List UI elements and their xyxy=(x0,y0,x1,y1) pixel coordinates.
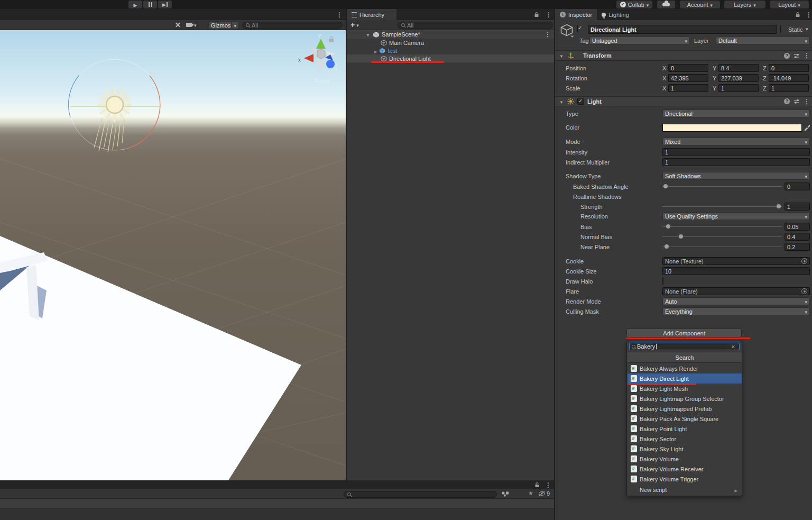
gizmos-dropdown[interactable]: Gizmos xyxy=(208,21,239,29)
flare-object-field[interactable]: None (Flare) xyxy=(662,287,810,295)
project-search-input[interactable] xyxy=(344,491,497,498)
draw-halo-checkbox[interactable] xyxy=(662,277,663,285)
lock-icon[interactable] xyxy=(795,12,800,17)
baked-shadow-angle-field[interactable]: 0 xyxy=(785,183,810,190)
scene-panel-menu-icon[interactable] xyxy=(336,11,343,19)
add-component-button[interactable]: Add Component xyxy=(626,329,742,337)
layer-dropdown[interactable]: Default xyxy=(716,37,810,44)
expand-arrow-icon[interactable] xyxy=(374,48,377,54)
object-picker-icon[interactable] xyxy=(801,258,807,264)
play-button[interactable] xyxy=(128,1,142,8)
presets-icon[interactable] xyxy=(793,98,800,104)
favorites-icon[interactable] xyxy=(528,490,533,497)
culling-mask-dropdown[interactable]: Everything xyxy=(662,307,810,315)
inspector-panel-menu-icon[interactable] xyxy=(806,11,812,19)
strength-slider[interactable] xyxy=(662,203,782,211)
mode-dropdown[interactable]: Mixed xyxy=(662,138,810,145)
component-menu-icon[interactable] xyxy=(804,98,810,105)
bias-field[interactable]: 0.05 xyxy=(785,223,810,231)
hierarchy-row-main-camera[interactable]: Main Camera xyxy=(347,39,555,47)
normal-bias-slider[interactable] xyxy=(662,233,782,241)
position-z-field[interactable]: 0 xyxy=(769,64,809,72)
new-script-item[interactable]: New script xyxy=(628,485,742,495)
bias-slider[interactable] xyxy=(662,223,782,231)
scene-orientation-gizmo[interactable]: y x z xyxy=(298,32,337,71)
position-x-field[interactable]: 0 xyxy=(668,64,708,72)
component-item-bakery-pack-as-single-square[interactable]: Bakery Pack As Single Square xyxy=(628,414,742,424)
directional-light-gizmo[interactable] xyxy=(69,59,160,152)
create-object-button[interactable] xyxy=(350,22,359,28)
static-checkbox[interactable] xyxy=(780,25,781,33)
component-menu-icon[interactable] xyxy=(804,52,810,59)
color-swatch[interactable] xyxy=(662,124,802,132)
scene-search-input[interactable]: All xyxy=(242,22,343,29)
component-item-bakery-point-light[interactable]: Bakery Point Light xyxy=(628,424,742,434)
cookie-object-field[interactable]: None (Texture) xyxy=(662,257,810,265)
component-item-bakery-sky-light[interactable]: Bakery Sky Light xyxy=(628,444,742,454)
gameobject-icon[interactable] xyxy=(559,23,574,38)
foldout-arrow-icon[interactable] xyxy=(559,52,564,59)
pause-button[interactable] xyxy=(143,1,157,8)
light-header[interactable]: Light xyxy=(555,96,812,106)
collab-dropdown[interactable]: Collab xyxy=(616,1,652,8)
object-picker-icon[interactable] xyxy=(801,288,807,294)
near-plane-slider[interactable] xyxy=(662,243,782,251)
lock-icon[interactable] xyxy=(534,12,539,17)
presets-icon[interactable] xyxy=(793,53,800,59)
intensity-field[interactable]: 1 xyxy=(662,148,810,156)
active-checkbox[interactable] xyxy=(577,25,578,32)
cookie-size-field[interactable]: 10 xyxy=(662,267,810,275)
near-plane-field[interactable]: 0.2 xyxy=(785,243,810,251)
scene-camera-dropdown[interactable] xyxy=(186,22,197,28)
component-item-bakery-sector[interactable]: Bakery Sector xyxy=(628,434,742,444)
help-icon[interactable] xyxy=(784,53,790,59)
shadow-type-dropdown[interactable]: Soft Shadows xyxy=(662,172,810,180)
scale-y-field[interactable]: 1 xyxy=(718,84,759,92)
hierarchy-row-test[interactable]: test xyxy=(347,47,555,54)
component-item-bakery-volume[interactable]: Bakery Volume xyxy=(628,454,742,464)
collapse-arrow-icon[interactable] xyxy=(366,31,370,38)
type-dropdown[interactable]: Directional xyxy=(662,110,810,117)
eyedropper-icon[interactable] xyxy=(804,124,810,131)
clear-search-icon[interactable] xyxy=(731,344,737,350)
component-item-bakery-direct-light[interactable]: Bakery Direct Light xyxy=(628,373,742,384)
tab-inspector[interactable]: Inspector xyxy=(555,9,597,20)
component-search-input[interactable]: Bakery xyxy=(629,343,740,350)
hierarchy-row-scene[interactable]: SampleScene* xyxy=(347,30,555,39)
layers-dropdown[interactable]: Layers xyxy=(724,1,765,8)
account-dropdown[interactable]: Account xyxy=(680,1,720,8)
tag-dropdown[interactable]: Untagged xyxy=(589,37,690,44)
component-item-bakery-volume-receiver[interactable]: Bakery Volume Receiver xyxy=(628,464,742,474)
indirect-multiplier-field[interactable]: 1 xyxy=(662,158,810,166)
hierarchy-search-input[interactable]: All xyxy=(398,22,553,29)
tab-hierarchy[interactable]: Hierarchy xyxy=(347,9,396,20)
rotation-y-field[interactable]: 227.039 xyxy=(718,74,759,82)
component-item-bakery-lightmapped-prefab[interactable]: Bakery Lightmapped Prefab xyxy=(628,404,742,414)
step-button[interactable] xyxy=(158,1,172,8)
foldout-arrow-icon[interactable] xyxy=(559,98,564,105)
scene-row-menu-icon[interactable] xyxy=(545,31,551,38)
gameobject-name-field[interactable]: Directional Light xyxy=(588,25,777,34)
help-icon[interactable] xyxy=(784,98,790,104)
strength-field[interactable]: 1 xyxy=(785,203,810,211)
persp-label[interactable]: Persp xyxy=(314,78,329,84)
hierarchy-panel-menu-icon[interactable] xyxy=(546,11,552,19)
scale-z-field[interactable]: 1 xyxy=(769,84,809,92)
filter-by-type-icon[interactable] xyxy=(501,491,510,497)
transform-header[interactable]: Transform xyxy=(555,50,812,61)
rotation-z-field[interactable]: -14.049 xyxy=(769,74,809,82)
scale-x-field[interactable]: 1 xyxy=(668,84,708,92)
cloud-button[interactable] xyxy=(657,1,675,8)
render-mode-dropdown[interactable]: Auto xyxy=(662,297,810,305)
component-item-bakery-always-render[interactable]: Bakery Always Render xyxy=(628,363,742,373)
layout-dropdown[interactable]: Layout xyxy=(770,1,809,8)
scene-viewport[interactable]: y x z Persp xyxy=(0,30,346,480)
baked-shadow-angle-slider[interactable] xyxy=(662,183,782,190)
light-enabled-checkbox[interactable] xyxy=(577,98,584,105)
static-dropdown-icon[interactable] xyxy=(806,25,808,32)
component-item-bakery-volume-trigger[interactable]: Bakery Volume Trigger xyxy=(628,474,742,484)
rotation-x-field[interactable]: 42.395 xyxy=(668,74,708,82)
resolution-dropdown[interactable]: Use Quality Settings xyxy=(662,212,810,220)
project-content-area[interactable] xyxy=(0,508,554,520)
project-panel-menu-icon[interactable] xyxy=(545,481,551,489)
